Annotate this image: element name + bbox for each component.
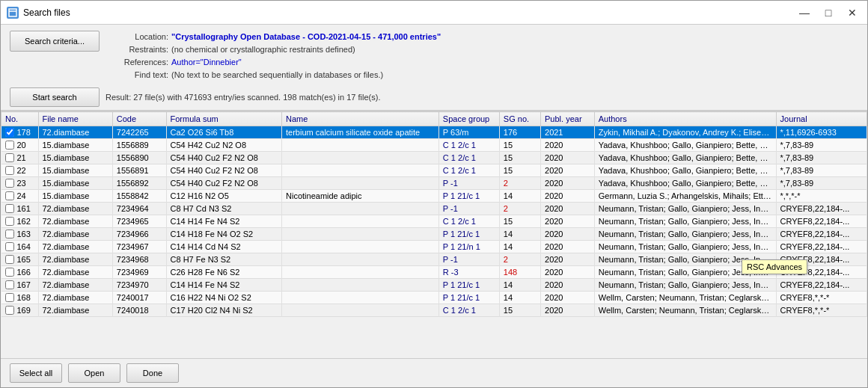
cell-filename: 15.diambase: [38, 152, 112, 164]
row-checkbox[interactable]: [5, 255, 14, 264]
row-checkbox[interactable]: [5, 306, 14, 315]
references-value: Author="Dinnebier": [171, 56, 242, 69]
row-checkbox[interactable]: [5, 204, 14, 213]
cell-year: 2020: [541, 203, 595, 215]
header-filename[interactable]: File name: [38, 112, 112, 126]
cell-no-value: 20: [17, 141, 26, 150]
cell-formula: C8 H7 Fe N3 S2: [166, 253, 282, 266]
cell-filename: 15.diambase: [38, 164, 112, 177]
cell-authors: Neumann, Tristan; Gallo, Gianpiero; Jess…: [594, 279, 776, 292]
cell-sg: P 1 21/c 1: [438, 279, 499, 292]
table-row[interactable]: 2415.diambase1558842C12 H16 N2 O5Nicotin…: [1, 190, 867, 203]
table-row[interactable]: 16772.diambase7234970C14 H14 Fe N4 S2P 1…: [1, 279, 867, 292]
header-name[interactable]: Name: [282, 112, 439, 126]
header-code[interactable]: Code: [112, 112, 166, 126]
window-icon: [7, 7, 19, 19]
table-row[interactable]: 16272.diambase7234965C14 H14 Fe N4 S2C 1…: [1, 215, 867, 228]
cell-sg: P 1 21/c 1: [438, 292, 499, 304]
table-row[interactable]: 16472.diambase7234967C14 H14 Cd N4 S2P 1…: [1, 241, 867, 253]
table-body: 17872.diambase7242265Ca2 O26 Si6 Tb8terb…: [1, 126, 867, 317]
table-row[interactable]: 2015.diambase1556889C54 H42 Cu2 N2 O8C 1…: [1, 139, 867, 152]
cell-sg: P 63/m: [438, 126, 499, 139]
header-authors[interactable]: Authors: [594, 112, 776, 126]
cell-year: 2020: [541, 228, 595, 241]
row-checkbox[interactable]: [5, 242, 14, 251]
cell-filename: 72.diambase: [38, 266, 112, 279]
header-journal[interactable]: Journal: [776, 112, 867, 126]
cell-no-value: 22: [17, 166, 26, 175]
maximize-button[interactable]: □: [819, 5, 837, 20]
row-checkbox[interactable]: [5, 280, 14, 289]
row-checkbox[interactable]: [5, 179, 14, 188]
cell-authors: Yadava, Khushboo; Gallo, Gianpiero; Bett…: [594, 139, 776, 152]
row-checkbox[interactable]: [5, 230, 14, 238]
table-container[interactable]: No. File name Code Formula sum Name Spac…: [1, 111, 867, 358]
done-button[interactable]: Done: [126, 363, 179, 383]
svg-rect-0: [9, 9, 16, 16]
cell-filename: 15.diambase: [38, 177, 112, 190]
cell-name: [282, 279, 439, 292]
row-checkbox[interactable]: [5, 293, 14, 302]
table-row[interactable]: 16972.diambase7240018C17 H20 Cl2 N4 Ni S…: [1, 304, 867, 317]
cell-sgno: 15: [499, 139, 540, 152]
cell-journal: *,7,83-89: [776, 152, 867, 164]
table-row[interactable]: 16672.diambase7234969C26 H28 Fe N6 S2R -…: [1, 266, 867, 279]
restraints-label: Restraints:: [109, 43, 168, 56]
minimize-button[interactable]: —: [795, 5, 813, 20]
cell-name: [282, 241, 439, 253]
cell-code: 7240018: [112, 304, 166, 317]
cell-name: terbium calcium silicate oxide apatite: [282, 126, 439, 139]
cell-sgno: 14: [499, 292, 540, 304]
row-checkbox[interactable]: [5, 268, 14, 277]
row-checkbox[interactable]: [5, 166, 14, 175]
cell-formula: C54 H40 Cu2 F2 N2 O8: [166, 177, 282, 190]
table-row[interactable]: 17872.diambase7242265Ca2 O26 Si6 Tb8terb…: [1, 126, 867, 139]
cell-journal: CRYEF8,22,184-...: [776, 279, 867, 292]
search-criteria-button[interactable]: Search criteria...: [10, 31, 100, 52]
cell-sgno: 2: [499, 253, 540, 266]
header-formula[interactable]: Formula sum: [166, 112, 282, 126]
cell-year: 2020: [541, 266, 595, 279]
cell-no: 21: [1, 152, 39, 164]
header-no: No.: [1, 112, 39, 126]
cell-sg: C 1 2/c 1: [438, 164, 499, 177]
header-sgno[interactable]: SG no.: [499, 112, 540, 126]
table-row[interactable]: 16372.diambase7234966C14 H18 Fe N4 O2 S2…: [1, 228, 867, 241]
cell-name: [282, 152, 439, 164]
cell-no-value: 164: [17, 242, 31, 251]
table-row[interactable]: 16572.diambase7234968C8 H7 Fe N3 S2P -12…: [1, 253, 867, 266]
row-checkbox[interactable]: [5, 128, 14, 137]
cell-no: 161: [1, 203, 39, 215]
open-button[interactable]: Open: [68, 363, 120, 383]
table-row[interactable]: 2315.diambase1556892C54 H40 Cu2 F2 N2 O8…: [1, 177, 867, 190]
cell-filename: 72.diambase: [38, 304, 112, 317]
row-checkbox[interactable]: [5, 217, 14, 226]
cell-filename: 72.diambase: [38, 253, 112, 266]
cell-no: 168: [1, 292, 39, 304]
row-checkbox[interactable]: [5, 191, 14, 200]
cell-sgno: 15: [499, 164, 540, 177]
cell-year: 2020: [541, 241, 595, 253]
cell-no-value: 162: [17, 217, 31, 226]
references-row: References: Author="Dinnebier": [109, 56, 858, 69]
cell-no: 163: [1, 228, 39, 241]
table-row[interactable]: 2215.diambase1556891C54 H40 Cu2 F2 N2 O8…: [1, 164, 867, 177]
header-year[interactable]: Publ. year: [541, 112, 595, 126]
cell-name: [282, 253, 439, 266]
cell-formula: C14 H14 Fe N4 S2: [166, 215, 282, 228]
table-row[interactable]: 2115.diambase1556890C54 H40 Cu2 F2 N2 O8…: [1, 152, 867, 164]
table-row[interactable]: 16172.diambase7234964C8 H7 Cd N3 S2P -12…: [1, 203, 867, 215]
cell-code: 1556892: [112, 177, 166, 190]
row-checkbox[interactable]: [5, 153, 14, 162]
start-search-button[interactable]: Start search: [10, 87, 100, 107]
header-spacegroup[interactable]: Space group: [438, 112, 499, 126]
select-all-button[interactable]: Select all: [10, 363, 62, 383]
close-button[interactable]: ✕: [843, 5, 861, 20]
cell-journal: *,11,6926-6933: [776, 126, 867, 139]
cell-no-value: 168: [17, 293, 31, 302]
row-checkbox[interactable]: [5, 141, 14, 150]
table-row[interactable]: 16872.diambase7240017C16 H22 N4 Ni O2 S2…: [1, 292, 867, 304]
cell-code: 7234970: [112, 279, 166, 292]
cell-code: 1556891: [112, 164, 166, 177]
cell-formula: C54 H40 Cu2 F2 N2 O8: [166, 152, 282, 164]
